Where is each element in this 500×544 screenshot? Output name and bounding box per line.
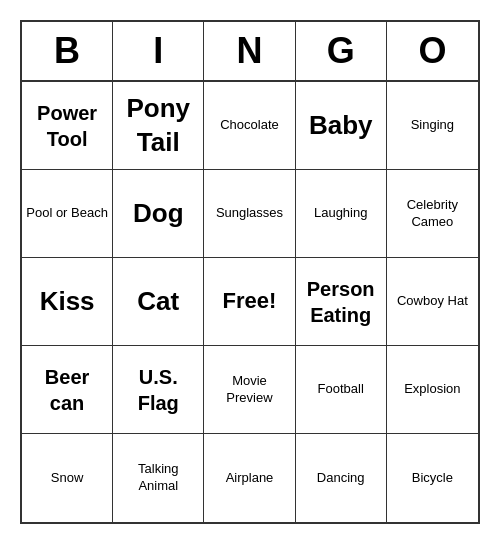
bingo-cell-13[interactable]: Person Eating [296, 258, 387, 346]
cell-label: Kiss [40, 285, 95, 319]
cell-label: Beer can [26, 364, 108, 416]
bingo-cell-21[interactable]: Talking Animal [113, 434, 204, 522]
bingo-cell-22[interactable]: Airplane [204, 434, 295, 522]
bingo-cell-15[interactable]: Beer can [22, 346, 113, 434]
bingo-cell-17[interactable]: Movie Preview [204, 346, 295, 434]
cell-label: Pony Tail [117, 92, 199, 160]
bingo-cell-3[interactable]: Baby [296, 82, 387, 170]
cell-label: Person Eating [300, 276, 382, 328]
cell-label: Explosion [404, 381, 460, 398]
bingo-cell-11[interactable]: Cat [113, 258, 204, 346]
cell-label: Cat [137, 285, 179, 319]
bingo-cell-18[interactable]: Football [296, 346, 387, 434]
cell-label: Movie Preview [208, 373, 290, 407]
bingo-cell-6[interactable]: Dog [113, 170, 204, 258]
header-letter-i: I [113, 22, 204, 80]
cell-label: Dancing [317, 470, 365, 487]
bingo-cell-19[interactable]: Explosion [387, 346, 478, 434]
bingo-cell-5[interactable]: Pool or Beach [22, 170, 113, 258]
cell-label: Celebrity Cameo [391, 197, 474, 231]
bingo-cell-0[interactable]: Power Tool [22, 82, 113, 170]
bingo-header: BINGO [22, 22, 478, 82]
cell-label: Singing [411, 117, 454, 134]
bingo-cell-24[interactable]: Bicycle [387, 434, 478, 522]
bingo-cell-12[interactable]: Free! [204, 258, 295, 346]
cell-label: Laughing [314, 205, 368, 222]
cell-label: Airplane [226, 470, 274, 487]
header-letter-g: G [296, 22, 387, 80]
cell-label: Baby [309, 109, 373, 143]
bingo-cell-23[interactable]: Dancing [296, 434, 387, 522]
bingo-cell-20[interactable]: Snow [22, 434, 113, 522]
header-letter-o: O [387, 22, 478, 80]
cell-label: Chocolate [220, 117, 279, 134]
bingo-cell-7[interactable]: Sunglasses [204, 170, 295, 258]
cell-label: Free! [223, 287, 277, 316]
bingo-card: BINGO Power ToolPony TailChocolateBabySi… [20, 20, 480, 524]
bingo-cell-1[interactable]: Pony Tail [113, 82, 204, 170]
bingo-cell-10[interactable]: Kiss [22, 258, 113, 346]
header-letter-n: N [204, 22, 295, 80]
cell-label: Snow [51, 470, 84, 487]
bingo-cell-8[interactable]: Laughing [296, 170, 387, 258]
bingo-grid: Power ToolPony TailChocolateBabySingingP… [22, 82, 478, 522]
cell-label: Talking Animal [117, 461, 199, 495]
cell-label: Pool or Beach [26, 205, 108, 222]
bingo-cell-4[interactable]: Singing [387, 82, 478, 170]
bingo-cell-9[interactable]: Celebrity Cameo [387, 170, 478, 258]
cell-label: Cowboy Hat [397, 293, 468, 310]
bingo-cell-14[interactable]: Cowboy Hat [387, 258, 478, 346]
cell-label: Bicycle [412, 470, 453, 487]
cell-label: U.S. Flag [117, 364, 199, 416]
bingo-cell-16[interactable]: U.S. Flag [113, 346, 204, 434]
bingo-cell-2[interactable]: Chocolate [204, 82, 295, 170]
cell-label: Dog [133, 197, 184, 231]
cell-label: Football [318, 381, 364, 398]
cell-label: Sunglasses [216, 205, 283, 222]
cell-label: Power Tool [26, 100, 108, 152]
header-letter-b: B [22, 22, 113, 80]
